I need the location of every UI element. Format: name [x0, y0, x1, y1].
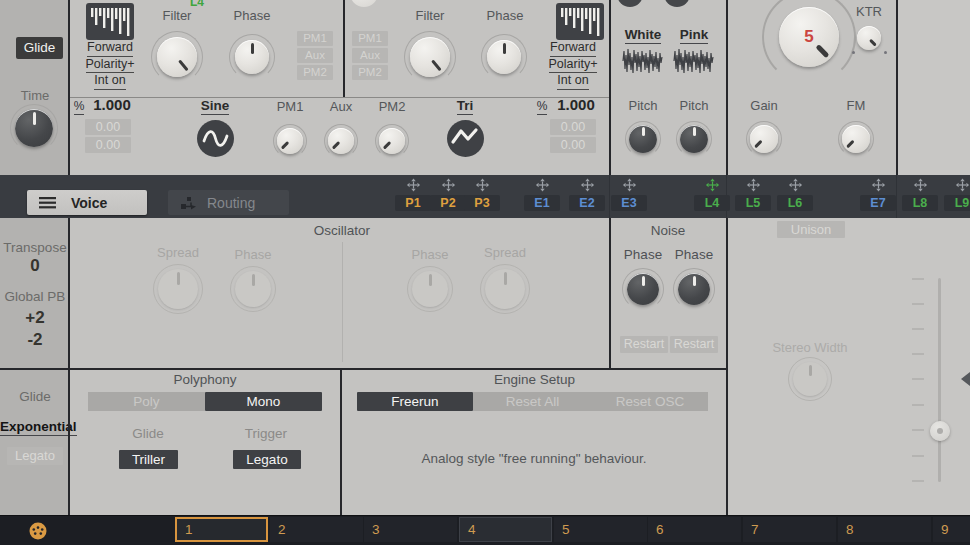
tab-slot-label[interactable]: E1	[524, 195, 560, 211]
poly-button[interactable]: Poly	[88, 392, 205, 411]
move-icon[interactable]	[860, 178, 896, 192]
pb-up-value[interactable]: +2	[0, 308, 70, 328]
tab-slot-label[interactable]: P2	[430, 195, 466, 211]
move-icon[interactable]	[944, 178, 970, 192]
spectrum-icon[interactable]	[556, 3, 604, 44]
osc1-pm2-badge[interactable]: PM2	[297, 65, 333, 80]
noise-restart2-button[interactable]: Restart	[670, 336, 718, 353]
osc1-pm-badges[interactable]: PM1 Aux PM2	[297, 31, 333, 82]
tab-slot-label[interactable]: L8	[902, 195, 938, 211]
move-icon[interactable]	[395, 178, 431, 192]
triangle-wave-icon[interactable]	[447, 120, 484, 161]
tab-slot-p2[interactable]: P2	[430, 178, 466, 211]
osc2-int[interactable]: Int on	[557, 73, 588, 90]
osc2-phase-knob-mid[interactable]	[412, 271, 448, 307]
transpose-value[interactable]: 0	[0, 256, 70, 276]
move-icon[interactable]	[430, 178, 466, 192]
move-icon[interactable]	[524, 178, 560, 192]
pm2-amount-knob[interactable]	[379, 128, 405, 154]
osc2-phase-knob[interactable]	[487, 40, 521, 74]
osc2-filter-knob[interactable]	[410, 37, 450, 77]
tab-slot-label[interactable]: E2	[569, 195, 605, 211]
osc2-mode-selectors[interactable]: Forward Polarity+ Int on	[541, 40, 605, 90]
osc1-filter-knob[interactable]	[157, 37, 197, 77]
pm1-amount-knob[interactable]	[277, 128, 303, 154]
osc2-ratio-mode-toggle[interactable]: %	[534, 99, 550, 113]
tab-slot-label[interactable]: L5	[735, 195, 771, 211]
tab-slot-e2[interactable]: E2	[569, 178, 605, 211]
osc1-fine-value[interactable]: 0.00	[85, 119, 131, 135]
volume-slider-track[interactable]	[938, 278, 941, 482]
preset-slot-3[interactable]: 3	[364, 517, 457, 542]
freerun-button[interactable]: Freerun	[357, 392, 473, 411]
glide-legato-toggle[interactable]: Legato	[7, 447, 63, 465]
tab-slot-label[interactable]: L6	[777, 195, 813, 211]
tab-slot-l8[interactable]: L8	[902, 178, 938, 211]
tab-slot-label[interactable]: P1	[395, 195, 431, 211]
tab-slot-label[interactable]: E3	[611, 195, 647, 211]
noise-restart1-button[interactable]: Restart	[620, 336, 668, 353]
spectrum-icon[interactable]	[86, 3, 134, 44]
osc2-direction[interactable]: Forward	[550, 40, 596, 57]
move-icon[interactable]	[694, 178, 730, 192]
glide-mode-button[interactable]: Triller	[119, 450, 178, 469]
osc1-direction[interactable]: Forward	[87, 40, 133, 57]
osc1-int[interactable]: Int on	[94, 73, 125, 90]
tab-slot-l4[interactable]: L4	[694, 178, 730, 211]
stereo-width-knob[interactable]	[793, 362, 827, 396]
glide-mode-badge[interactable]: Glide	[16, 37, 63, 59]
osc2-fine-value[interactable]: 0.00	[550, 119, 596, 135]
fm-knob[interactable]	[842, 125, 870, 153]
osc2-ratio-value[interactable]: 1.000	[552, 96, 600, 113]
move-icon[interactable]	[611, 178, 647, 192]
glide-curve-selector[interactable]: Exponential	[0, 419, 70, 434]
osc1-pm1-badge[interactable]: PM1	[297, 31, 333, 46]
tab-slot-label[interactable]: L4	[694, 195, 730, 211]
pink-pitch-knob[interactable]	[680, 125, 708, 153]
tab-slot-e3[interactable]: E3	[611, 178, 647, 211]
tab-routing[interactable]: Routing	[168, 190, 289, 215]
osc2-wave-label[interactable]: Tri	[435, 98, 495, 113]
tab-slot-p1[interactable]: P1	[395, 178, 431, 211]
osc1-spread-knob[interactable]	[158, 269, 198, 309]
tab-slot-e7[interactable]: E7	[860, 178, 896, 211]
aux-amount-knob[interactable]	[328, 128, 354, 154]
osc2-aux-badge[interactable]: Aux	[352, 48, 388, 63]
ktr-knob[interactable]	[857, 26, 881, 50]
tab-slot-label[interactable]: E7	[860, 195, 896, 211]
preset-slot-2[interactable]: 2	[270, 517, 363, 542]
noise-phase2-knob[interactable]	[678, 273, 710, 305]
panel-collapse-arrow[interactable]	[961, 372, 970, 386]
preset-slot-1[interactable]: 1	[175, 517, 268, 542]
tab-slot-label[interactable]: L9	[944, 195, 970, 211]
osc2-pm2-badge[interactable]: PM2	[352, 65, 388, 80]
white-pitch-knob[interactable]	[629, 125, 657, 153]
tab-slot-p3[interactable]: P3	[464, 178, 500, 211]
osc1-aux-badge[interactable]: Aux	[297, 48, 333, 63]
osc1-ratio-value[interactable]: 1.000	[88, 96, 136, 113]
osc2-polarity[interactable]: Polarity+	[549, 57, 598, 74]
volume-slider-handle[interactable]	[930, 421, 950, 441]
preset-slot-6[interactable]: 6	[648, 517, 741, 542]
osc2-spread-knob[interactable]	[485, 269, 525, 309]
move-icon[interactable]	[735, 178, 771, 192]
osc1-polarity[interactable]: Polarity+	[86, 57, 135, 74]
tab-slot-l6[interactable]: L6	[777, 178, 813, 211]
noise-phase1-knob[interactable]	[627, 273, 659, 305]
tab-slot-label[interactable]: P3	[464, 195, 500, 211]
tab-slot-e1[interactable]: E1	[524, 178, 560, 211]
white-noise-icon[interactable]	[622, 44, 664, 82]
pink-noise-icon[interactable]	[673, 44, 715, 82]
sine-wave-icon[interactable]	[197, 120, 234, 161]
pb-down-value[interactable]: -2	[0, 330, 70, 350]
gain-knob[interactable]	[750, 125, 778, 153]
reset-osc-button[interactable]: Reset OSC	[592, 392, 708, 411]
pink-noise-label[interactable]: Pink	[664, 27, 724, 42]
move-icon[interactable]	[569, 178, 605, 192]
main-level-knob[interactable]: 5	[779, 7, 839, 67]
osc2-pm-badges[interactable]: PM1 Aux PM2	[352, 31, 388, 82]
osc1-ratio-mode-toggle[interactable]: %	[71, 99, 87, 113]
unison-badge[interactable]: Unison	[777, 221, 845, 238]
preset-slot-8[interactable]: 8	[838, 517, 931, 542]
osc1-mode-selectors[interactable]: Forward Polarity+ Int on	[78, 40, 142, 90]
